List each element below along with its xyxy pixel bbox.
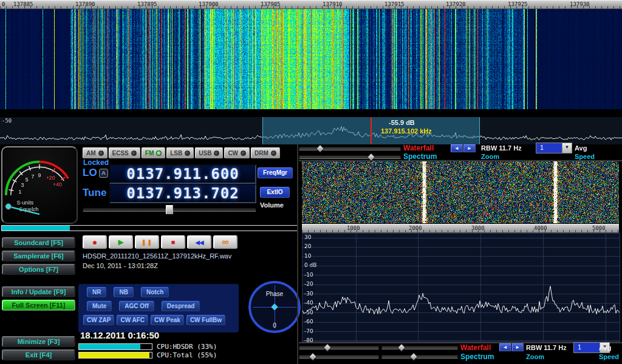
stop-button[interactable]: ■: [161, 235, 185, 249]
slider-thumb[interactable]: [397, 343, 406, 352]
spectrum-tab[interactable]: Spectrum: [460, 352, 497, 361]
minimize-button[interactable]: Minimize [F3]: [2, 336, 75, 347]
playback-controls: ● ▶ ❚❚ ■ ◀◀ ∞: [83, 235, 238, 249]
exit-button[interactable]: Exit [F4]: [2, 349, 75, 360]
waterfall-contrast-slider[interactable]: [381, 344, 458, 351]
record-button[interactable]: ●: [83, 235, 107, 249]
smeter-level-bar[interactable]: [1, 225, 298, 231]
tune-frequency-display[interactable]: 0137.913.702: [109, 184, 256, 203]
spectrum-zoom-slider[interactable]: [381, 353, 458, 360]
samplerate-button[interactable]: Samplerate [F6]: [2, 251, 75, 261]
locked-label: Locked: [83, 158, 109, 167]
spectrum-tab[interactable]: Spectrum: [403, 152, 448, 161]
mode-usb-button[interactable]: USB: [195, 147, 223, 158]
mode-led-icon: [185, 150, 190, 156]
mode-label: USB: [199, 150, 211, 157]
svg-text:+20: +20: [46, 175, 55, 181]
lo-frequency-display[interactable]: 0137.911.600: [109, 164, 256, 184]
right-top-controls: Waterfall ◄ ► RBW 11.7 Hz 1 ▼ Avg Spectr…: [299, 144, 621, 160]
spectrum-range-slider[interactable]: [299, 153, 401, 160]
right-arrow-button[interactable]: ►: [512, 343, 524, 351]
slider-thumb[interactable]: [367, 152, 375, 161]
extio-button[interactable]: ExtIO: [260, 187, 290, 198]
shift-arrows: ◄ ►: [451, 144, 479, 152]
mode-label: CW: [228, 150, 238, 157]
main-frequency-scale[interactable]: 0 137885 137890 137895 137900 137905 137…: [0, 0, 622, 9]
volume-slider[interactable]: [83, 205, 256, 213]
waterfall-tab[interactable]: Waterfall: [403, 144, 448, 152]
rewind-icon: ◀◀: [195, 239, 203, 246]
slider-track[interactable]: [381, 355, 458, 359]
slider-track[interactable]: [299, 346, 379, 349]
avg-select-value: 1: [536, 143, 562, 153]
agc-button[interactable]: AGC Off: [119, 301, 154, 311]
mode-cw-button[interactable]: CW: [224, 147, 250, 158]
shift-arrows: ◄ ►: [499, 343, 524, 351]
slider-thumb[interactable]: [323, 343, 332, 352]
spectrum-range-slider[interactable]: [299, 353, 379, 360]
avg-label: Avg: [575, 144, 598, 152]
mode-ecss-button[interactable]: ECSS: [109, 147, 140, 158]
mode-led-icon: [271, 150, 276, 156]
left-arrow-button[interactable]: ◄: [499, 343, 511, 351]
cw-peak-button[interactable]: CW Peak: [151, 315, 184, 325]
info-update-button[interactable]: Info / Update [F9]: [2, 286, 75, 297]
right-arrow-button[interactable]: ►: [463, 144, 476, 152]
nr-button[interactable]: NR: [87, 287, 106, 297]
cw-zap-button[interactable]: CW ZAP: [83, 315, 114, 325]
avg-label: Avg: [599, 344, 618, 351]
slider-track[interactable]: [299, 147, 401, 150]
scale-ticks: [0, 6, 622, 8]
waterfall-tab[interactable]: Waterfall: [460, 343, 497, 352]
waterfall-brightness-slider[interactable]: [299, 344, 379, 351]
panel-divider: [297, 144, 298, 364]
nb-button[interactable]: NB: [114, 287, 133, 297]
loop-button[interactable]: ∞: [213, 235, 238, 249]
mute-button[interactable]: Mute: [87, 301, 112, 311]
scale-ticks: [302, 230, 619, 232]
freqmgr-button[interactable]: FreqMgr: [258, 167, 293, 178]
rbw-label: RBW 11.7 Hz: [481, 144, 533, 152]
pause-button[interactable]: ❚❚: [135, 235, 159, 249]
mode-label: LSB: [170, 150, 182, 157]
full-screen-button[interactable]: Full Screen [F11]: [2, 300, 75, 311]
notch-button[interactable]: Notch: [141, 287, 169, 297]
slider-track[interactable]: [299, 155, 401, 159]
left-arrow-button[interactable]: ◄: [451, 144, 463, 152]
mode-lsb-button[interactable]: LSB: [166, 147, 194, 158]
slider-thumb[interactable]: [309, 352, 317, 361]
db-scale-label: 10: [304, 253, 311, 259]
slider-thumb[interactable]: [409, 352, 418, 361]
pause-icon: ❚❚: [142, 239, 153, 246]
mode-fm-button[interactable]: FM: [142, 147, 165, 158]
db-scale-label: -70: [304, 328, 313, 334]
slider-track[interactable]: [381, 346, 458, 349]
db-scale-label: 30: [304, 234, 311, 240]
dsp-row: Mute AGC Off Despread: [78, 301, 239, 311]
db-scale-label: -80: [304, 337, 313, 343]
mode-led-icon: [241, 150, 246, 156]
chevron-down-icon[interactable]: ▼: [562, 143, 572, 153]
dsp-panel: NR NB Notch Mute AGC Off Despread CW ZAP…: [78, 284, 239, 332]
s-meter-face: 1 3 5 7 9 +20 +40 S-units Squelch: [2, 147, 74, 220]
soundcard-button[interactable]: Soundcard [F5]: [2, 237, 75, 248]
loop-icon: ∞: [222, 237, 228, 248]
slider-thumb[interactable]: [316, 144, 324, 152]
cw-afc-button[interactable]: CW AFC: [117, 315, 148, 325]
waterfall-contrast-slider[interactable]: [299, 145, 401, 152]
audio-frequency-scale[interactable]: 1000 2000 3000 4000 5000: [302, 224, 619, 233]
db-scale-label: -60: [304, 318, 313, 325]
play-icon: ▶: [118, 238, 123, 246]
lo-lock-badge[interactable]: A: [99, 169, 108, 178]
rewind-button[interactable]: ◀◀: [187, 235, 211, 249]
main-waterfall[interactable]: [0, 0, 622, 109]
main-spectrum[interactable]: -50 -55.9 dB 137.915.102 kHz: [0, 117, 622, 144]
despread-button[interactable]: Despread: [162, 301, 200, 311]
mode-am-button[interactable]: AM: [83, 147, 108, 158]
play-button[interactable]: ▶: [109, 235, 133, 249]
volume-slider-thumb[interactable]: [166, 205, 173, 214]
mode-drm-button[interactable]: DRM: [251, 147, 280, 158]
cw-fullbw-button[interactable]: CW FullBw: [186, 315, 225, 325]
options-button[interactable]: Options [F7]: [2, 264, 75, 275]
avg-select[interactable]: 1 ▼: [536, 143, 572, 153]
